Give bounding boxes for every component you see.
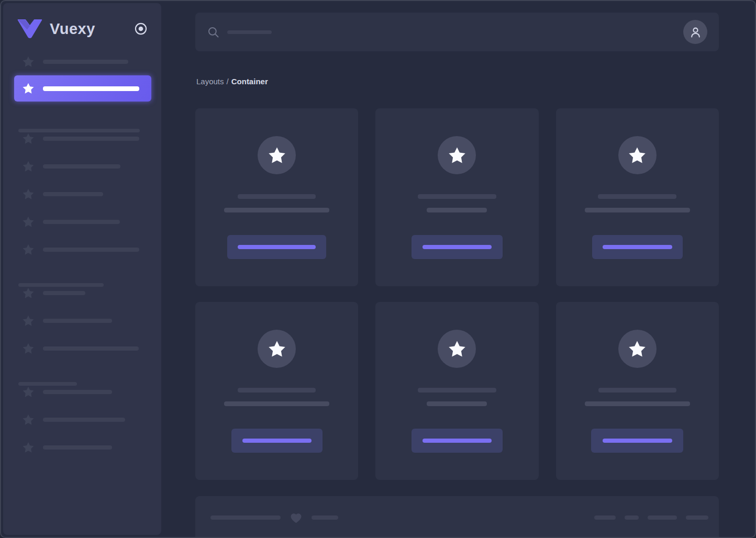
skeleton-bar xyxy=(43,220,120,224)
card-subtitle-bar xyxy=(427,208,487,212)
search-placeholder-bar xyxy=(227,30,272,34)
card-title-bar xyxy=(238,388,316,393)
card-avatar-circle xyxy=(438,330,476,368)
content-container: Layouts/Container xyxy=(195,3,719,538)
star-icon xyxy=(22,188,35,200)
sidebar-section xyxy=(3,382,161,454)
sidebar-item[interactable] xyxy=(22,216,161,228)
sidebar-item[interactable] xyxy=(22,55,161,68)
card-avatar-circle xyxy=(258,136,296,174)
card-title-bar xyxy=(238,194,316,199)
card-avatar-circle xyxy=(618,136,657,174)
star-icon xyxy=(22,287,35,299)
star-icon xyxy=(22,132,35,145)
star-icon xyxy=(22,243,35,256)
skeleton-bar xyxy=(43,86,139,91)
vuexy-logo-icon xyxy=(17,19,43,39)
card-button[interactable] xyxy=(592,235,683,259)
sidebar-item[interactable] xyxy=(22,287,161,299)
star-icon xyxy=(628,146,647,165)
star-icon xyxy=(268,340,286,358)
star-icon xyxy=(22,342,35,355)
menu-collapse-toggle-icon[interactable] xyxy=(134,22,148,36)
card-avatar-circle xyxy=(618,330,657,368)
button-label-bar xyxy=(423,245,492,249)
sidebar-item[interactable] xyxy=(22,342,161,355)
button-label-bar xyxy=(238,245,316,249)
star-icon xyxy=(448,146,466,165)
footer-link-bar[interactable] xyxy=(594,515,616,520)
footer-panel xyxy=(195,496,719,538)
card-button[interactable] xyxy=(412,235,503,259)
star-icon xyxy=(268,146,286,165)
breadcrumb: Layouts/Container xyxy=(196,77,719,86)
star-icon xyxy=(22,55,35,68)
card xyxy=(556,108,719,286)
star-icon xyxy=(448,340,466,358)
breadcrumb-separator: / xyxy=(227,77,229,86)
sidebar-item[interactable] xyxy=(22,188,161,200)
card-title-bar xyxy=(598,388,676,393)
footer-text-bar xyxy=(312,515,338,520)
sidebar-item[interactable] xyxy=(22,413,161,426)
user-avatar[interactable] xyxy=(683,20,707,44)
section-header-bar xyxy=(18,283,104,287)
star-icon xyxy=(22,216,35,228)
skeleton-bar xyxy=(43,390,112,394)
card-subtitle-bar xyxy=(427,401,487,406)
skeleton-bar xyxy=(43,60,128,64)
footer-link-bar[interactable] xyxy=(648,515,677,520)
sidebar-header: Vuexy xyxy=(3,3,161,39)
breadcrumb-parent[interactable]: Layouts xyxy=(196,77,224,86)
sidebar-item[interactable] xyxy=(22,132,161,145)
skeleton-bar xyxy=(43,346,139,351)
section-header-bar xyxy=(18,129,140,132)
skeleton-bar xyxy=(43,164,120,169)
card xyxy=(556,302,719,480)
skeleton-bar xyxy=(43,291,85,295)
star-icon xyxy=(22,160,35,173)
search-icon xyxy=(207,26,219,38)
footer-link-bar[interactable] xyxy=(686,515,708,520)
footer-links xyxy=(594,515,708,520)
app-frame: Vuexy Layouts/Container xyxy=(0,0,756,538)
card-button[interactable] xyxy=(227,235,326,259)
card-subtitle-bar xyxy=(224,401,329,406)
footer-text-bar xyxy=(210,515,281,520)
card-button[interactable] xyxy=(231,429,323,453)
skeleton-bar xyxy=(43,418,125,422)
card-button[interactable] xyxy=(412,429,503,453)
sidebar-item[interactable] xyxy=(22,441,161,454)
sidebar-nav xyxy=(3,39,161,454)
sidebar-item[interactable] xyxy=(22,386,161,398)
logo-text: Vuexy xyxy=(50,20,95,38)
skeleton-bar xyxy=(43,137,139,141)
card xyxy=(195,108,358,286)
card xyxy=(195,302,358,480)
footer-link-bar[interactable] xyxy=(625,515,639,520)
star-icon xyxy=(22,315,35,327)
card-subtitle-bar xyxy=(585,401,690,406)
card-button[interactable] xyxy=(591,429,683,453)
sidebar-item-active[interactable] xyxy=(14,75,151,102)
main-area: Layouts/Container xyxy=(161,3,753,535)
star-icon xyxy=(628,340,647,358)
button-label-bar xyxy=(242,439,312,443)
card-avatar-circle xyxy=(258,330,296,368)
sidebar-item[interactable] xyxy=(22,243,161,256)
sidebar-item[interactable] xyxy=(22,315,161,327)
sidebar-section xyxy=(3,129,161,256)
button-label-bar xyxy=(603,245,672,249)
sidebar: Vuexy xyxy=(3,3,161,535)
card-title-bar xyxy=(418,388,496,393)
skeleton-bar xyxy=(43,248,139,252)
skeleton-bar xyxy=(43,192,103,196)
skeleton-bar xyxy=(43,319,112,323)
star-icon xyxy=(22,386,35,398)
sidebar-section xyxy=(3,283,161,355)
sidebar-item[interactable] xyxy=(22,160,161,173)
card-subtitle-bar xyxy=(585,208,690,212)
button-label-bar xyxy=(603,439,672,443)
search-bar[interactable] xyxy=(195,13,719,51)
card-grid xyxy=(195,108,719,480)
